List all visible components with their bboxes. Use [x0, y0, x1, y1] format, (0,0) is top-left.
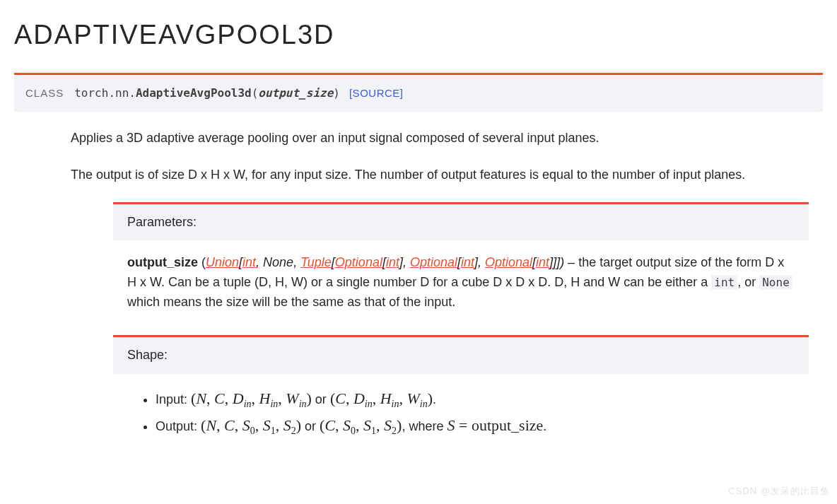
page-title: ADAPTIVEAVGPOOL3D: [14, 14, 823, 56]
math-output-nobatch: (C, S0, S1, S2): [320, 416, 402, 434]
math-S: S: [447, 416, 455, 434]
type-optional-link[interactable]: Optional: [485, 255, 532, 269]
math-output-size: output_size: [472, 416, 543, 434]
param-type: (Union[int, None, Tuple[Optional[int], O…: [198, 255, 578, 269]
description-para-2: The output is of size D x H x W, for any…: [71, 165, 809, 185]
type-int-link[interactable]: int: [461, 255, 474, 269]
param-desc-mid: , or: [737, 275, 759, 289]
type-optional-link[interactable]: Optional: [335, 255, 382, 269]
math-output-full: (N, C, S0, S1, S2): [201, 416, 301, 434]
math-input-full: (N, C, Din, Hin, Win): [191, 389, 312, 407]
class-signature: CLASS torch.nn.AdaptiveAvgPool3d(output_…: [14, 73, 823, 112]
shape-body: Input: (N, C, Din, Hin, Win) or (C, Din,…: [113, 374, 809, 443]
type-int-link[interactable]: int: [242, 255, 256, 269]
param-desc-2: which means the size will be the same as…: [127, 295, 455, 309]
class-keyword: CLASS: [25, 87, 64, 99]
source-link[interactable]: [SOURCE]: [349, 87, 404, 99]
parameters-body: output_size (Union[int, None, Tuple[Opti…: [113, 240, 809, 315]
shape-section: Shape: Input: (N, C, Din, Hin, Win) or (…: [113, 335, 809, 443]
type-int-link[interactable]: int: [386, 255, 399, 269]
param-name: output_size: [127, 255, 198, 269]
type-tuple-link[interactable]: Tuple: [300, 255, 332, 269]
shape-input-item: Input: (N, C, Din, Hin, Win) or (C, Din,…: [156, 387, 795, 411]
shape-output-item: Output: (N, C, S0, S1, S2) or (C, S0, S1…: [156, 414, 795, 438]
type-optional-link[interactable]: Optional: [410, 255, 457, 269]
literal-none: None: [759, 275, 792, 290]
type-union-link[interactable]: Union: [206, 255, 239, 269]
shape-header: Shape:: [113, 337, 809, 374]
description-para-1: Applies a 3D adaptive average pooling ov…: [71, 129, 809, 148]
parameters-section: Parameters: output_size (Union[int, None…: [113, 202, 809, 316]
literal-int: int: [711, 275, 737, 290]
math-input-nobatch: (C, Din, Hin, Win): [330, 389, 433, 407]
signature-path: torch.nn.AdaptiveAvgPool3d(output_size): [74, 86, 340, 100]
type-int-link[interactable]: int: [536, 255, 549, 269]
shape-list: Input: (N, C, Din, Hin, Win) or (C, Din,…: [156, 387, 795, 438]
parameters-header: Parameters:: [113, 204, 809, 241]
